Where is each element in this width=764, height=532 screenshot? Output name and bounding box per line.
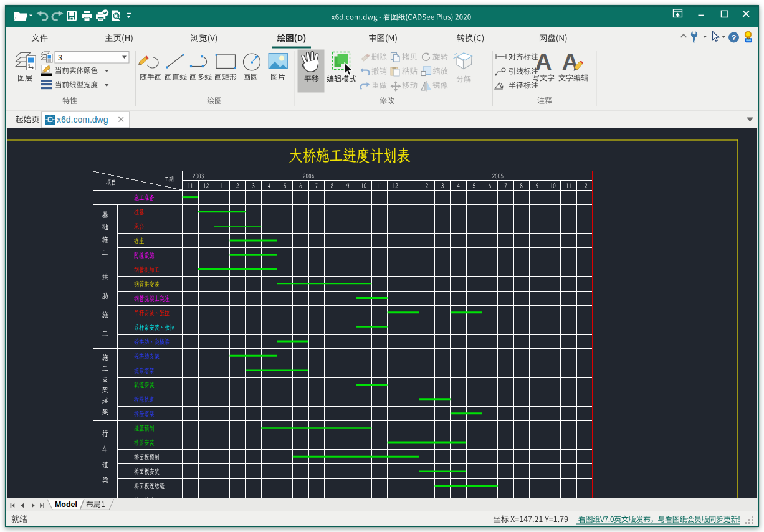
svg-text:x6d.com.dwg: x6d.com.dwg bbox=[57, 115, 108, 125]
svg-text:?: ? bbox=[732, 34, 737, 42]
svg-text:A: A bbox=[535, 49, 552, 75]
svg-text:A: A bbox=[562, 49, 579, 75]
svg-text:Model: Model bbox=[55, 500, 77, 509]
svg-text:3: 3 bbox=[58, 53, 62, 62]
